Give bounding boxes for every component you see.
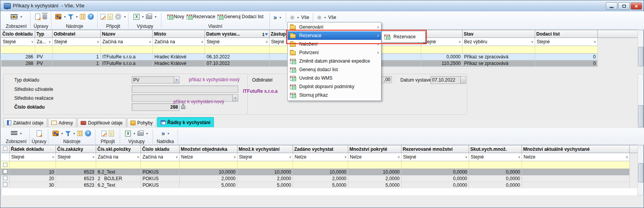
vse-filter-button-1[interactable]: ⊕▾Vše xyxy=(286,13,313,22)
menu-item-stornuj-prikaz[interactable]: Stornuj příkaz xyxy=(288,91,381,99)
cell[interactable]: 0,0000 xyxy=(469,176,522,182)
vse-filter-button-2[interactable]: ⊕▾Vše xyxy=(314,13,340,22)
checkbox-icon[interactable] xyxy=(3,147,7,151)
column-header-odberatel[interactable]: Odběratel xyxy=(53,30,101,38)
filter-mnozstvi-pokryte[interactable]: Nelze∨ xyxy=(348,153,402,161)
excel-export-icon[interactable] xyxy=(125,131,131,136)
filter-icon[interactable] xyxy=(65,131,71,136)
new-row-cell[interactable] xyxy=(96,161,141,169)
cell[interactable]: 0,0000 xyxy=(402,176,469,182)
filter-hidden[interactable]: Stejné∨ xyxy=(421,38,463,46)
cell[interactable]: 06.10.2022 xyxy=(205,54,269,60)
filter-odberatel[interactable]: Stejné∨ xyxy=(53,38,101,46)
cell[interactable]: 2,0000 xyxy=(180,176,237,182)
cell[interactable]: 10 xyxy=(10,169,56,176)
menu-item-potvrzeni[interactable]: Potvrzení› xyxy=(288,48,381,57)
cell[interactable]: 0,0000 xyxy=(402,169,469,176)
filter-mnoz-k-vychystani[interactable]: Stejné∨ xyxy=(237,153,293,161)
cell[interactable]: 286 xyxy=(1,54,35,60)
column-header-mnoz-k-vychystani[interactable]: Množ.k vychystání xyxy=(237,145,293,153)
cell[interactable]: 5,0000 xyxy=(293,182,348,189)
filter-skut-vych-mnoz[interactable]: Stejné∨ xyxy=(469,153,522,161)
notepad-icon[interactable] xyxy=(100,14,105,20)
restore-button[interactable] xyxy=(618,2,630,10)
cell[interactable]: ITFutuRe s.r.o.a xyxy=(101,60,153,67)
help-icon[interactable] xyxy=(85,130,91,136)
stredisko-uzivatele-field[interactable] xyxy=(132,85,238,93)
new-row-cell[interactable] xyxy=(469,161,522,169)
cell[interactable]: Hradec Králové xyxy=(153,60,205,67)
filter-cislo-skladu[interactable]: Začíná na∨ xyxy=(141,153,180,161)
table-row-selected[interactable]: 1065236.2_TextPOKUS10,000010,000010,0000… xyxy=(1,169,637,176)
spinner-button[interactable]: ▾ xyxy=(174,77,179,83)
cell[interactable]: 6523 xyxy=(56,169,96,176)
filter-zadano-vychystat[interactable]: Nelze∨ xyxy=(293,153,348,161)
row-checkbox[interactable] xyxy=(1,182,10,189)
cell[interactable]: 1 xyxy=(53,54,101,60)
grid-new-row[interactable] xyxy=(1,161,637,169)
filter-icon[interactable] xyxy=(68,14,73,19)
filter-datum[interactable]: Stejné∨ xyxy=(205,38,269,46)
chevron-down-icon[interactable]: ▾ xyxy=(61,132,63,135)
cell[interactable]: ITFutuRe s.r.o.a xyxy=(101,54,153,60)
column-header-dodaci-list[interactable]: Dodací list xyxy=(535,30,598,38)
new-row-cell[interactable] xyxy=(237,161,293,169)
cell[interactable]: 6523 xyxy=(56,182,96,189)
cell[interactable]: PV xyxy=(35,54,53,60)
menu-item-zmenit-datum[interactable]: Změnit datum plánované expedice xyxy=(288,57,381,65)
column-header-cislo-skladu[interactable]: Číslo skladu xyxy=(141,145,180,153)
cell[interactable]: 1 xyxy=(53,60,101,67)
chevron-down-icon[interactable]: ▾ xyxy=(142,15,144,19)
filter-stav[interactable]: Bez výběru∨ xyxy=(463,38,535,46)
checkbox-icon[interactable] xyxy=(3,169,7,174)
checkbox-icon[interactable] xyxy=(3,176,7,180)
cell[interactable]: 2,0000 xyxy=(293,176,348,182)
cell[interactable]: 6.2_Text xyxy=(96,169,141,176)
tab-radky-k-vychystani[interactable]: Řádky k vychystání xyxy=(157,117,214,127)
organizer-icon[interactable] xyxy=(55,14,61,19)
new-row-cell[interactable] xyxy=(522,161,630,169)
edit-icon[interactable] xyxy=(35,14,40,20)
new-row-cell[interactable] xyxy=(10,161,56,169)
new-row-cell[interactable] xyxy=(402,161,469,169)
column-header-typ[interactable]: Typ xyxy=(35,30,53,38)
close-button[interactable]: × xyxy=(630,2,642,10)
tab-pohyby[interactable]: Pohyby xyxy=(127,118,156,127)
generuj-dodaci-list-button[interactable]: Generuj Dodací list xyxy=(217,14,263,19)
cell[interactable]: 0 xyxy=(535,60,598,67)
new-row-cell[interactable] xyxy=(1,46,35,54)
column-header-hidden[interactable] xyxy=(421,30,463,38)
column-header-datum-vystaveni[interactable]: Datum vystav...1 xyxy=(205,30,269,38)
chevron-down-icon[interactable]: ▾ xyxy=(64,15,66,19)
column-header-nazev[interactable]: Název xyxy=(101,30,153,38)
cell[interactable]: PV xyxy=(35,60,53,67)
new-row-cell[interactable] xyxy=(56,161,96,169)
tab-adresy[interactable]: Adresy xyxy=(48,118,76,127)
disc-icon[interactable] xyxy=(115,14,121,20)
chevron-down-icon[interactable]: ▾ xyxy=(76,15,78,19)
checkbox-icon[interactable] xyxy=(3,182,7,187)
cell[interactable]: 07.10.2022 xyxy=(205,60,269,67)
cell[interactable]: 10,0000 xyxy=(237,169,293,176)
new-row-cell[interactable] xyxy=(421,46,463,54)
select-all-header[interactable] xyxy=(1,145,10,153)
chevron-down-icon[interactable]: ▾ xyxy=(168,132,169,135)
cell[interactable]: 2,0000 xyxy=(237,176,293,182)
column-header-cis-skl-polozky[interactable]: Čís.skl.položky xyxy=(96,145,141,153)
column-header-mnozstvi-pokryte[interactable]: Množství pokryté xyxy=(348,145,402,153)
rezervace-button[interactable]: Rezervace xyxy=(186,14,215,19)
cell[interactable]: 0,0000 xyxy=(402,182,469,189)
row-checkbox[interactable] xyxy=(1,176,10,182)
chevron-down-icon[interactable]: ▾ xyxy=(146,132,148,135)
column-header-cislo-dokladu[interactable]: Číslo dokladu xyxy=(1,30,35,38)
filter-typ[interactable]: Za...∨ xyxy=(35,38,53,46)
filter-mnozstvi-aktualne[interactable]: Nelze∨ xyxy=(522,153,630,161)
spinner-button[interactable]: ▾ xyxy=(232,95,238,101)
filter-misto[interactable]: Začíná na∨ xyxy=(153,38,205,46)
table-row[interactable]: 3065236.2_TextPOKUS5,00005,00005,00005,0… xyxy=(1,182,637,189)
new-row-cell[interactable] xyxy=(348,161,402,169)
chevron-down-icon[interactable]: ▾ xyxy=(134,132,135,135)
cell[interactable]: 0,0000 xyxy=(469,169,522,176)
tab-doplnkove-udaje[interactable]: Doplňkové údaje xyxy=(77,118,126,127)
new-row-cell[interactable] xyxy=(35,46,53,54)
